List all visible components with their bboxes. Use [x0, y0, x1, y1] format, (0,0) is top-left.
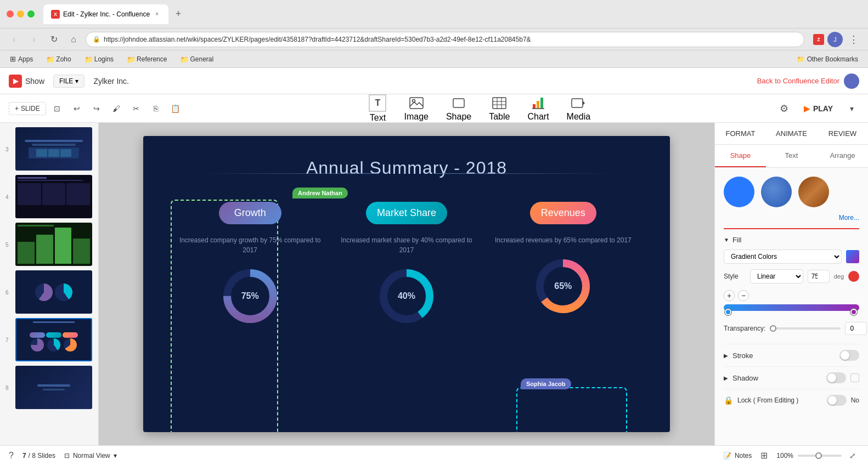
user-avatar-header[interactable]: J	[827, 32, 843, 47]
other-bookmarks[interactable]: 📁 Other Bookmarks	[793, 54, 861, 64]
cut-button[interactable]: ✂	[127, 100, 145, 117]
degree-label: deg	[834, 273, 844, 280]
tab-animate[interactable]: ANIMATE	[766, 123, 817, 144]
url-text: https://johndoe.atlassian.net/wiki/space…	[104, 36, 797, 43]
transparency-slider[interactable]	[770, 327, 841, 330]
zoom-slider[interactable]	[798, 455, 842, 457]
notes-button[interactable]: 📝 Notes	[723, 452, 752, 460]
expand-button[interactable]: ▾	[844, 101, 859, 116]
degree-input[interactable]	[808, 270, 830, 283]
tool-chart[interactable]: Chart	[521, 93, 555, 124]
fill-color-swatch[interactable]	[846, 250, 859, 263]
paint-button[interactable]: 🖌	[108, 100, 125, 117]
file-button[interactable]: FILE ▾	[53, 75, 84, 88]
tool-image[interactable]: Image	[397, 93, 435, 124]
stroke-toggle[interactable]	[839, 350, 859, 361]
settings-button[interactable]: ⚙	[775, 100, 793, 117]
shadow-toggle[interactable]	[826, 372, 846, 383]
bookmark-logins[interactable]: 📁 Logins	[81, 54, 117, 64]
tool-text[interactable]: T Text	[362, 92, 393, 125]
tab-shape[interactable]: Shape	[715, 145, 766, 167]
lock-toggle[interactable]	[827, 395, 847, 406]
add-slide-button[interactable]: + SLIDE	[9, 102, 46, 115]
panel-tabs: FORMAT ANIMATE REVIEW	[715, 123, 868, 145]
tool-table[interactable]: Table	[482, 93, 516, 124]
more-link[interactable]: More...	[724, 214, 859, 222]
view-selector[interactable]: ⊡ Normal View ▾	[64, 452, 117, 460]
shadow-header[interactable]: ▶ Shadow	[724, 372, 859, 383]
tool-shape[interactable]: Shape	[439, 93, 478, 124]
stroke-toggle-knob	[841, 351, 849, 360]
back-to-confluence-link[interactable]: Back to Confluence Editor	[757, 73, 859, 89]
help-button[interactable]: ?	[9, 451, 14, 461]
slide-thumb-3[interactable]: 3	[15, 127, 94, 171]
style-select[interactable]: Linear Radial	[750, 269, 803, 283]
growth-pill[interactable]: Growth	[219, 202, 281, 224]
color-circle-blue-gradient[interactable]	[761, 177, 792, 207]
stroke-header[interactable]: ▶ Stroke	[724, 350, 859, 361]
menu-button[interactable]: ⋮	[846, 32, 861, 47]
tab-text[interactable]: Text	[766, 145, 817, 167]
new-tab-button[interactable]: +	[171, 7, 186, 22]
grid-button[interactable]: ⊞	[760, 450, 768, 461]
forward-button[interactable]: ›	[26, 32, 42, 47]
bookmark-general[interactable]: 📁 General	[177, 54, 217, 64]
tab-close-button[interactable]: ×	[153, 10, 161, 18]
home-button[interactable]: ⌂	[66, 32, 81, 47]
style-label: Style	[724, 273, 746, 280]
degree-color-dot[interactable]	[848, 271, 859, 282]
shadow-toggle-knob	[827, 373, 836, 382]
color-circle-wood[interactable]	[798, 177, 829, 207]
chart-label: Chart	[527, 112, 549, 122]
tab-review[interactable]: REVIEW	[817, 123, 868, 144]
gradient-stop-right[interactable]	[850, 309, 857, 315]
bookmark-reference[interactable]: 📁 Reference	[123, 54, 170, 64]
apps-icon: ⊞	[10, 55, 16, 63]
play-button[interactable]: ▶ PLAY	[797, 101, 839, 116]
slide-thumb-6[interactable]: 6	[15, 270, 94, 314]
bookmark-zoho[interactable]: 📁 Zoho	[43, 54, 74, 64]
minimize-light[interactable]	[17, 10, 24, 18]
remove-stop-button[interactable]: −	[738, 290, 749, 301]
layout-button[interactable]: ⊡	[48, 100, 66, 117]
notes-label: Notes	[735, 452, 752, 460]
logins-label: Logins	[94, 55, 114, 63]
add-stop-button[interactable]: +	[724, 290, 735, 301]
tool-media[interactable]: Media	[560, 93, 598, 124]
revenues-pill[interactable]: Revenues	[530, 202, 596, 224]
fill-type-select[interactable]: Gradient Colors Solid Color No Fill	[724, 249, 842, 264]
slide-thumb-8[interactable]: 8	[15, 366, 94, 409]
gradient-stop-left[interactable]	[725, 309, 731, 315]
slide-panel: 3 4	[0, 123, 99, 445]
slide-canvas[interactable]: Annual Summary - 2018 Andrew Nathan Soph…	[143, 136, 670, 432]
svg-rect-9	[537, 101, 539, 109]
address-bar[interactable]: 🔒 https://johndoe.atlassian.net/wiki/spa…	[86, 32, 804, 47]
close-light[interactable]	[7, 10, 14, 18]
undo-button[interactable]: ↩	[68, 100, 86, 117]
tab-arrange[interactable]: Arrange	[817, 145, 868, 167]
tab-format[interactable]: FORMAT	[715, 123, 766, 144]
shadow-checkbox[interactable]	[850, 373, 859, 382]
thumb-img-5	[15, 223, 92, 266]
revenues-percent: 65%	[554, 281, 572, 291]
maximize-light[interactable]	[27, 10, 35, 18]
market-pill[interactable]: Market Share	[366, 202, 447, 224]
growth-donut: 75%	[220, 266, 280, 326]
color-circle-blue-solid[interactable]	[724, 177, 754, 207]
active-tab[interactable]: X Edit - Zylker Inc. - Confluence ×	[43, 4, 168, 24]
paste-button[interactable]: 📋	[167, 100, 184, 117]
redo-button[interactable]: ↪	[88, 100, 105, 117]
reload-button[interactable]: ↻	[46, 32, 61, 47]
thumb-img-4	[15, 175, 92, 218]
gradient-bar[interactable]	[724, 304, 859, 311]
back-button[interactable]: ‹	[7, 32, 22, 47]
fit-button[interactable]: ⤢	[846, 449, 859, 462]
copy-button[interactable]: ⎘	[147, 100, 165, 117]
slide-thumb-4[interactable]: 4	[15, 175, 94, 218]
bookmark-apps[interactable]: ⊞ Apps	[7, 54, 36, 64]
stroke-title: Stroke	[732, 351, 835, 360]
transparency-value[interactable]	[845, 322, 867, 335]
slide-thumb-5[interactable]: 5	[15, 223, 94, 266]
slide-thumb-7[interactable]: 7	[15, 318, 94, 361]
image-label: Image	[404, 112, 428, 122]
